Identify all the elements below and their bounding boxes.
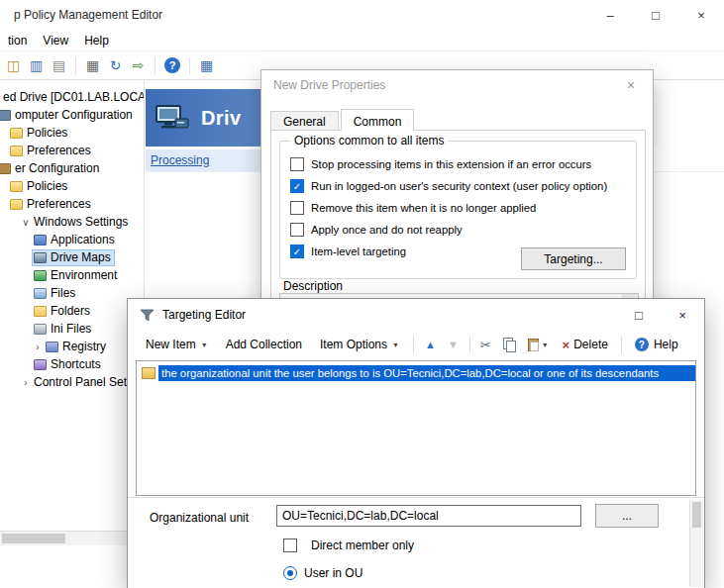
show-console-tree-icon[interactable]: ▥ [26,55,47,76]
new-item-button[interactable]: New Item ▼ [138,334,216,355]
targeting-button[interactable]: Targeting... [521,247,626,270]
option-run-in-logged-on-user-s-security[interactable]: ✓Run in logged-on user's security contex… [290,175,632,197]
refresh-icon[interactable]: ↻ [105,55,126,76]
direct-member-only-row[interactable]: Direct member only [283,539,414,552]
folder-icon [10,181,23,192]
menubar: tion View Help [0,30,724,51]
export-list-icon[interactable]: ⇨ [128,55,149,76]
move-up-icon[interactable]: ▲ [420,339,441,350]
cut-icon[interactable]: ✂ [476,338,495,352]
delete-x-icon: × [563,338,570,352]
ou-condition-icon [142,367,155,379]
item-options-label: Item Options [320,338,387,351]
targeting-editor-dialog: Targeting Editor □ × New Item ▼ Add Coll… [127,298,705,588]
tree-item-label: Files [51,286,75,300]
tree-item-label: omputer Configuration [15,108,133,122]
tree-expander-icon[interactable]: › [20,377,32,388]
close-icon[interactable]: × [661,299,704,331]
delete-button[interactable]: × Delete [556,334,615,356]
window-controls: □ × [617,299,704,331]
checkbox-icon[interactable] [290,157,304,171]
tree-item-omputer-configuration[interactable]: omputer Configuration [0,106,144,124]
scrollbar-thumb[interactable] [692,502,701,528]
tree-item-inner: er Configuration [0,160,103,177]
printer-icon[interactable]: ▦ [82,55,103,76]
option-remove-this-item-when-it-is-no-l[interactable]: Remove this item when it is no longer ap… [290,197,632,219]
folder-icon [10,128,23,139]
checkbox-icon[interactable]: ✓ [290,179,304,193]
checkbox-icon[interactable] [290,201,304,215]
new-item-label: New Item [146,338,196,351]
tree-item-label: Policies [27,179,67,193]
tree-item-control-panel-sett[interactable]: ›Control Panel Sett [20,373,144,391]
tree-item-er-configuration[interactable]: er Configuration [0,159,144,177]
tree-item-inner: Folders [32,303,94,320]
targeting-list[interactable]: the organizational unit the user belongs… [136,360,696,496]
help-label: Help [654,338,678,351]
organizational-unit-input[interactable] [276,505,581,527]
option-label: Apply once and do not reapply [311,224,463,236]
direct-member-checkbox[interactable] [283,539,297,552]
menu-help[interactable]: Help [76,31,117,50]
paste-button[interactable]: ▼ [523,339,554,351]
tab-general[interactable]: General [270,111,339,131]
tree-item-label: Shortcuts [51,357,101,371]
add-collection-button[interactable]: Add Collection [218,334,310,355]
pane-title: Driv [201,107,242,130]
item-options-button[interactable]: Item Options ▼ [312,334,407,355]
option-label: Stop processing items in this extension … [311,158,591,170]
applications-icon [34,235,47,245]
tree-item-windows-settings[interactable]: ∨Windows Settings [20,213,144,231]
menu-action[interactable]: tion [0,31,35,50]
tree-item-policies[interactable]: Policies [8,177,144,195]
tree-item-label: Policies [27,126,67,140]
user-in-ou-label: User in OU [304,566,362,580]
targeting-item-options-panel: Organizational unit ... Direct member on… [128,497,704,588]
user-in-ou-radio[interactable] [283,566,297,580]
browse-button[interactable]: ... [595,504,659,528]
tree-item-environment[interactable]: Environment [32,266,144,284]
option-apply-once-and-do-not-reapply[interactable]: Apply once and do not reapply [290,219,632,241]
copy-icon[interactable] [503,338,515,351]
tree-item-policies[interactable]: Policies [8,124,144,142]
scrollbar-thumb[interactable] [2,534,65,543]
move-down-icon: ▼ [443,339,464,350]
tree-item-ed-drive-dc01-lab-loca[interactable]: ed Drive [DC01.LAB.LOCA [0,88,144,106]
menu-view[interactable]: View [35,31,76,50]
group-box-title: Options common to all items [290,134,448,147]
folders-item-icon [34,306,47,317]
tree-horizontal-scrollbar[interactable] [0,531,145,545]
option-stop-processing-items-in-this-ex[interactable]: Stop processing items in this extension … [290,153,632,175]
help-icon[interactable]: ? [164,57,180,73]
tree-expander-icon[interactable]: › [32,342,44,352]
columns-icon[interactable]: ▦ [196,55,217,76]
maximize-icon[interactable]: □ [633,0,678,30]
checkbox-icon[interactable] [290,223,304,237]
toolbar-separator [413,337,414,353]
targeting-list-item[interactable]: the organizational unit the user belongs… [137,364,695,381]
option-label: Item-level targeting [311,245,406,257]
user-in-ou-row[interactable]: User in OU [283,566,362,580]
tree-item-preferences[interactable]: Preferences [8,142,144,159]
minimize-icon[interactable]: – [587,0,633,30]
options-panel-scrollbar[interactable] [689,500,703,587]
tree-item-applications[interactable]: Applications [32,231,144,248]
toolbar-separator [621,337,622,353]
tree-expander-icon[interactable]: ∨ [20,217,32,228]
tree-item-preferences[interactable]: Preferences [8,195,144,213]
clipboard-icon[interactable]: ▤ [49,55,69,76]
processing-link[interactable]: Processing [151,153,209,167]
shortcuts-icon [34,359,47,370]
checkbox-icon[interactable]: ✓ [290,245,304,258]
help-button[interactable]: ? Help [628,334,685,355]
tree-item-label: Environment [51,268,117,282]
tree-item-inner: Policies [8,125,71,142]
tab-common[interactable]: Common [341,109,415,131]
close-icon[interactable]: × [678,0,724,30]
maximize-icon[interactable]: □ [617,299,661,331]
tree-item-drive-maps[interactable]: Drive Maps [32,248,144,266]
user-icon [0,163,11,174]
console-panes-icon[interactable]: ◫ [3,55,24,76]
delete-label: Delete [573,338,608,351]
close-icon[interactable]: × [609,70,653,100]
